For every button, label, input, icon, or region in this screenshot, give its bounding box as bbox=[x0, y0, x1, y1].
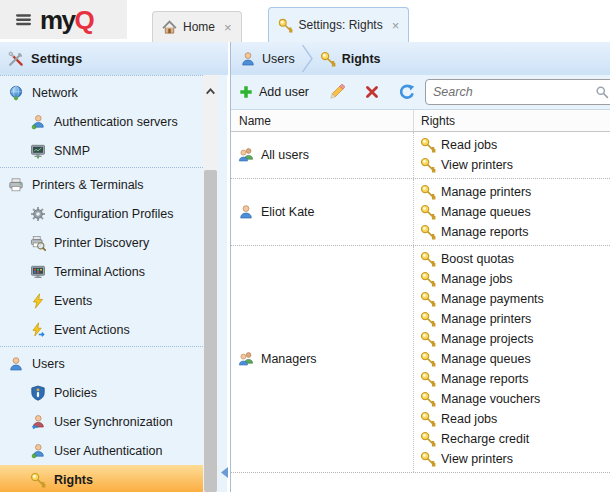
name-cell: Eliot Kate bbox=[231, 179, 414, 245]
right-label: View printers bbox=[441, 452, 513, 466]
sidebar-item-label: Network bbox=[32, 86, 78, 100]
collapse-panel-arrow-icon[interactable] bbox=[221, 467, 228, 478]
sidebar-item-network[interactable]: Network bbox=[0, 78, 203, 107]
sidebar-item-label: Authentication servers bbox=[54, 115, 178, 129]
sidebar-item-user-authentication[interactable]: User Authentication bbox=[0, 436, 203, 465]
close-icon[interactable]: × bbox=[224, 21, 232, 34]
brand-prefix: my bbox=[40, 5, 75, 35]
right-label: Boost quotas bbox=[441, 252, 514, 266]
sidebar-item-user-synchronization[interactable]: User Synchronization bbox=[0, 407, 203, 436]
key-icon bbox=[420, 431, 436, 447]
brand-logo: myQ bbox=[40, 7, 93, 33]
top-bar: myQ Home×Settings: Rights× bbox=[0, 0, 610, 42]
tab-bar: Home×Settings: Rights× bbox=[152, 7, 409, 42]
rights-cell: Read jobsView printers bbox=[414, 132, 610, 178]
sidebar-item-configuration-profiles[interactable]: Configuration Profiles bbox=[0, 199, 203, 228]
sidebar-item-rights[interactable]: Rights bbox=[0, 465, 203, 492]
settings-tree: NetworkAuthentication serversSNMPPrinter… bbox=[0, 75, 203, 492]
sidebar-item-policies[interactable]: Policies bbox=[0, 378, 203, 407]
search-box[interactable] bbox=[425, 79, 610, 105]
key-icon bbox=[420, 204, 436, 220]
delete-button[interactable] bbox=[362, 83, 382, 101]
right-item: Manage queues bbox=[414, 349, 610, 369]
breadcrumb-separator-icon bbox=[302, 45, 313, 72]
sidebar-item-label: User Synchronization bbox=[54, 415, 173, 429]
right-label: View printers bbox=[441, 158, 513, 172]
refresh-icon bbox=[399, 84, 415, 100]
right-label: Manage queues bbox=[441, 205, 531, 219]
breadcrumb-item-rights[interactable]: Rights bbox=[320, 51, 381, 67]
breadcrumb-label: Rights bbox=[342, 52, 381, 66]
sidebar-item-snmp[interactable]: SNMP bbox=[0, 136, 203, 165]
right-label: Read jobs bbox=[441, 138, 497, 152]
pencil-icon bbox=[329, 84, 345, 100]
sidebar-item-printers-terminals[interactable]: Printers & Terminals bbox=[0, 170, 203, 199]
rights-table-body: All usersRead jobsView printersEliot Kat… bbox=[231, 132, 610, 492]
key-icon bbox=[420, 184, 436, 200]
user-auth-icon bbox=[30, 443, 46, 459]
scrollbar-thumb[interactable] bbox=[204, 170, 217, 492]
key-icon bbox=[30, 472, 46, 488]
rights-cell: Boost quotasManage jobsManage paymentsMa… bbox=[414, 246, 610, 472]
right-item: View printers bbox=[414, 449, 610, 469]
column-header-rights[interactable]: Rights bbox=[414, 110, 610, 131]
right-label: Read jobs bbox=[441, 412, 497, 426]
sidebar-item-label: Printers & Terminals bbox=[32, 178, 144, 192]
refresh-button[interactable] bbox=[396, 82, 418, 102]
globe-icon bbox=[8, 85, 24, 101]
chevron-up-icon bbox=[205, 86, 216, 97]
monitor-icon bbox=[30, 143, 46, 159]
close-icon[interactable]: × bbox=[392, 19, 400, 32]
edit-button[interactable] bbox=[326, 82, 348, 102]
add-user-label: Add user bbox=[259, 85, 309, 99]
sidebar-item-users[interactable]: Users bbox=[0, 349, 203, 378]
sidebar-item-label: Terminal Actions bbox=[54, 265, 145, 279]
search-icon[interactable] bbox=[595, 85, 609, 99]
right-item: Read jobs bbox=[414, 135, 610, 155]
sidebar-item-label: Users bbox=[32, 357, 65, 371]
lightning-icon bbox=[30, 293, 46, 309]
breadcrumb-item-users[interactable]: Users bbox=[240, 51, 295, 67]
sidebar-item-event-actions[interactable]: Event Actions bbox=[0, 315, 203, 344]
right-label: Manage queues bbox=[441, 352, 531, 366]
breadcrumb-label: Users bbox=[262, 52, 295, 66]
table-header: Name Rights bbox=[231, 110, 610, 132]
right-item: Manage printers bbox=[414, 182, 610, 202]
right-label: Manage reports bbox=[441, 225, 529, 239]
tab-settings-rights[interactable]: Settings: Rights× bbox=[268, 7, 410, 42]
user-auth-icon bbox=[30, 114, 46, 130]
right-item: View printers bbox=[414, 155, 610, 175]
right-item: Manage queues bbox=[414, 202, 610, 222]
right-label: Manage payments bbox=[441, 292, 544, 306]
lightning-arrow-icon bbox=[30, 322, 46, 338]
column-header-name[interactable]: Name bbox=[231, 110, 414, 131]
sidebar-item-authentication-servers[interactable]: Authentication servers bbox=[0, 107, 203, 136]
shield-icon bbox=[30, 385, 46, 401]
table-row[interactable]: ManagersBoost quotasManage jobsManage pa… bbox=[231, 246, 610, 473]
tab-home[interactable]: Home× bbox=[152, 11, 242, 42]
settings-sidebar: NetworkAuthentication serversSNMPPrinter… bbox=[0, 75, 228, 492]
printer-search-icon bbox=[30, 235, 46, 251]
menu-icon[interactable] bbox=[15, 11, 32, 28]
tab-label: Settings: Rights bbox=[299, 18, 383, 32]
brand-suffix: Q bbox=[75, 5, 94, 35]
sidebar-item-label: Events bbox=[54, 294, 92, 308]
sidebar-item-terminal-actions[interactable]: Terminal Actions bbox=[0, 257, 203, 286]
sidebar-item-events[interactable]: Events bbox=[0, 286, 203, 315]
key-icon bbox=[420, 224, 436, 240]
right-label: Manage printers bbox=[441, 312, 531, 326]
settings-panel-header: Settings bbox=[0, 42, 228, 75]
table-row[interactable]: All usersRead jobsView printers bbox=[231, 132, 610, 179]
add-user-button[interactable]: Add user bbox=[236, 83, 312, 101]
right-item: Recharge credit bbox=[414, 429, 610, 449]
sidebar-scrollbar[interactable] bbox=[203, 75, 218, 492]
key-icon bbox=[420, 251, 436, 267]
search-input[interactable] bbox=[433, 85, 591, 99]
key-icon bbox=[420, 451, 436, 467]
right-item: Manage jobs bbox=[414, 269, 610, 289]
scrollbar-up-button[interactable] bbox=[203, 75, 218, 99]
table-row[interactable]: Eliot KateManage printersManage queuesMa… bbox=[231, 179, 610, 246]
sidebar-item-printer-discovery[interactable]: Printer Discovery bbox=[0, 228, 203, 257]
key-icon bbox=[420, 291, 436, 307]
plus-icon bbox=[239, 85, 253, 99]
